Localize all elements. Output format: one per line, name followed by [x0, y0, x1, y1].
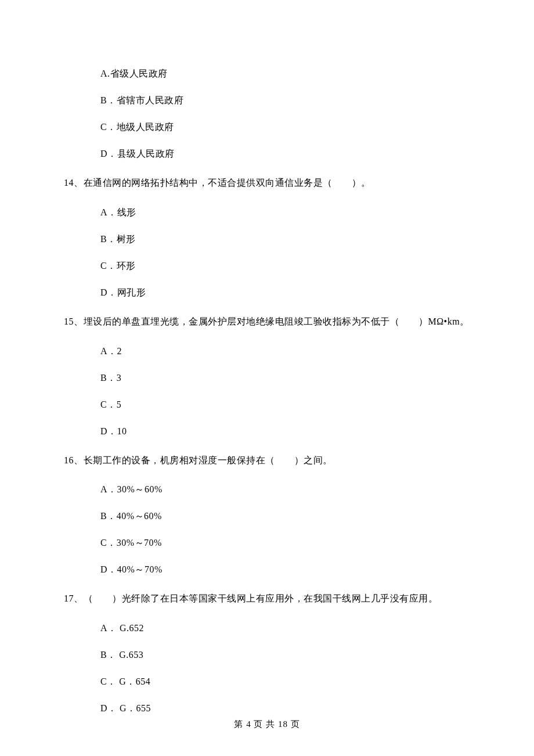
- page-footer: 第 4 页 共 18 页: [0, 718, 534, 731]
- q15-question: 15、埋设后的单盘直埋光缆，金属外护层对地绝缘电阻竣工验收指标为不低于（ ）MΩ…: [64, 314, 470, 330]
- q13-option-c: C．地级人民政府: [100, 120, 470, 134]
- q15-option-d: D．10: [100, 424, 470, 438]
- q16-option-c: C．30%～70%: [100, 536, 470, 550]
- q17-option-c: C． G．654: [100, 675, 470, 689]
- q16-option-b: B．40%～60%: [100, 509, 470, 523]
- q14-options: A．线形 B．树形 C．环形 D．网孔形: [64, 206, 470, 300]
- q13-options: A.省级人民政府 B．省辖市人民政府 C．地级人民政府 D．县级人民政府: [64, 67, 470, 161]
- q17-options: A． G.652 B． G.653 C． G．654 D． G．655: [64, 621, 470, 715]
- q15-option-b: B．3: [100, 371, 470, 385]
- q14-option-c: C．环形: [100, 259, 470, 273]
- q13-option-a: A.省级人民政府: [100, 67, 470, 81]
- q16-option-d: D．40%～70%: [100, 563, 470, 577]
- q17-option-d: D． G．655: [100, 701, 470, 715]
- q17-option-b: B． G.653: [100, 648, 470, 662]
- q14-option-a: A．线形: [100, 206, 470, 219]
- q14-option-d: D．网孔形: [100, 286, 470, 300]
- q17-option-a: A． G.652: [100, 621, 470, 635]
- q16-question: 16、长期工作的设备，机房相对湿度一般保持在（ ）之间。: [64, 452, 470, 469]
- q17-question: 17、（ ）光纤除了在日本等国家干线网上有应用外，在我国干线网上几乎没有应用。: [64, 591, 470, 607]
- q15-option-a: A．2: [100, 344, 470, 358]
- q14-option-b: B．树形: [100, 232, 470, 246]
- q13-option-b: B．省辖市人民政府: [100, 93, 470, 107]
- q14-question: 14、在通信网的网络拓扑结构中，不适合提供双向通信业务是（ ）。: [64, 175, 470, 192]
- q15-option-c: C．5: [100, 398, 470, 412]
- q16-option-a: A．30%～60%: [100, 483, 470, 496]
- q16-options: A．30%～60% B．40%～60% C．30%～70% D．40%～70%: [64, 483, 470, 577]
- q13-option-d: D．县级人民政府: [100, 147, 470, 161]
- q15-options: A．2 B．3 C．5 D．10: [64, 344, 470, 438]
- page-content: A.省级人民政府 B．省辖市人民政府 C．地级人民政府 D．县级人民政府 14、…: [0, 0, 534, 715]
